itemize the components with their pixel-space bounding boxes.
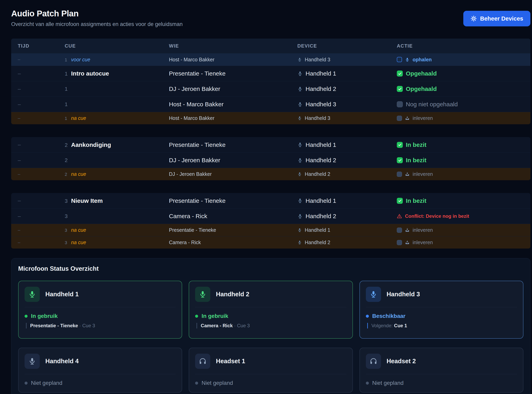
cue-cell: 1 voor cue xyxy=(65,57,169,62)
assignee: Host - Marco Bakker xyxy=(169,57,297,62)
cue-cell: 2 xyxy=(65,157,169,163)
cue-row-na-cue-3b[interactable]: – 3 na cue Camera - Rick Handheld 2 inle… xyxy=(11,236,530,249)
status-checkbox-checked[interactable] xyxy=(397,157,403,163)
microphone-icon xyxy=(195,287,210,302)
device-cell: Handheld 1 xyxy=(297,227,397,233)
status-label: Niet gepland xyxy=(31,380,62,386)
title-block: Audio Patch Plan Overzicht van alle micr… xyxy=(11,9,183,27)
headset-icon xyxy=(195,354,210,369)
device-card-handheld-4: Handheld 4 Niet gepland xyxy=(18,348,182,393)
cue-number: 3 xyxy=(65,213,68,219)
cue-row-intro-autocue[interactable]: – 1 Intro autocue Presentatie - Tieneke … xyxy=(11,66,530,81)
cue-number: 1 xyxy=(65,101,68,108)
tijd-value: – xyxy=(11,86,65,92)
return-checkbox[interactable] xyxy=(397,116,402,121)
check-icon xyxy=(398,72,402,76)
status-dot xyxy=(25,382,28,385)
device-cell: Handheld 1 xyxy=(297,141,397,148)
card-header: Handheld 2 xyxy=(195,287,346,307)
microphone-icon xyxy=(297,71,303,76)
cue-row[interactable]: – 1 DJ - Jeroen Bakker Handheld 2 Opgeha… xyxy=(11,81,530,97)
tijd-value: – xyxy=(11,240,65,245)
device-cell: Handheld 2 xyxy=(297,171,397,177)
device-card-handheld-2: Handheld 2 In gebruik Camera - Rick · Cu… xyxy=(189,281,353,339)
return-checkbox[interactable] xyxy=(397,228,402,233)
action-cell: Opgehaald xyxy=(397,86,530,92)
action-cell: inleveren xyxy=(397,115,530,121)
microphone-icon xyxy=(297,57,302,62)
device-card-name: Headset 2 xyxy=(387,358,416,365)
page-subtitle: Overzicht van alle microfoon assignments… xyxy=(11,21,183,27)
manage-devices-button[interactable]: Beheer Devices xyxy=(463,11,530,26)
cue-row-na-cue-1[interactable]: – 1 na cue Host - Marco Bakker Handheld … xyxy=(11,112,530,124)
action-label: Opgehaald xyxy=(406,70,437,77)
device-status: In gebruik xyxy=(195,313,346,319)
inbox-tray-icon xyxy=(405,228,409,232)
cue-reference: · Cue 3 xyxy=(234,323,250,328)
cue-group-2: – 2 Aankondiging Presentatie - Tieneke H… xyxy=(11,137,530,180)
tijd-value: – xyxy=(11,198,65,204)
device-name: Handheld 3 xyxy=(306,101,336,108)
status-checkbox-checked[interactable] xyxy=(397,142,403,148)
pickup-checkbox[interactable] xyxy=(397,57,402,62)
return-checkbox[interactable] xyxy=(397,172,402,177)
status-checkbox-unchecked[interactable] xyxy=(397,101,403,107)
device-card-headset-2: Headset 2 Niet gepland xyxy=(359,348,523,393)
microphone-icon xyxy=(366,287,381,302)
device-cell: Handheld 1 xyxy=(297,197,397,204)
status-label: Beschikbaar xyxy=(372,313,406,319)
inbox-tray-icon xyxy=(405,172,409,176)
device-status: Niet gepland xyxy=(366,380,517,386)
action-cell: In bezit xyxy=(397,197,530,204)
cue-group-1: – 1 voor cue Host - Marco Bakker Handhel… xyxy=(11,53,530,124)
action-cell: inleveren xyxy=(397,171,530,177)
cue-row[interactable]: – 1 Host - Marco Bakker Handheld 3 Nog n… xyxy=(11,97,530,112)
card-header: Handheld 4 xyxy=(25,354,176,374)
cue-row-na-cue-3a[interactable]: – 3 na cue Presentatie - Tieneke Handhel… xyxy=(11,224,530,236)
action-cell: inleveren xyxy=(397,239,530,245)
tijd-value: – xyxy=(11,57,65,62)
mic-status-section: Microfoon Status Overzicht Handheld 1 In… xyxy=(11,258,530,394)
cue-number: 2 xyxy=(65,157,68,163)
device-cell: Handheld 1 xyxy=(297,70,397,77)
cue-row-voor-cue-1[interactable]: – 1 voor cue Host - Marco Bakker Handhel… xyxy=(11,53,530,66)
device-cards: Handheld 1 In gebruik Presentatie - Tien… xyxy=(18,281,523,393)
cue-row-nieuw-item[interactable]: – 3 Nieuw Item Presentatie - Tieneke Han… xyxy=(11,193,530,208)
inbox-tray-icon xyxy=(405,116,409,120)
microphone-icon xyxy=(297,158,303,163)
cue-cell: 1 Intro autocue xyxy=(65,70,169,77)
cue-row[interactable]: – 2 DJ - Jeroen Bakker Handheld 2 In bez… xyxy=(11,152,530,168)
assignee: DJ - Jeroen Bakker xyxy=(169,157,297,164)
status-checkbox-checked[interactable] xyxy=(397,198,403,204)
status-checkbox-checked[interactable] xyxy=(397,86,403,92)
cue-row-aankondiging[interactable]: – 2 Aankondiging Presentatie - Tieneke H… xyxy=(11,137,530,152)
column-header-cue: CUE xyxy=(65,43,169,49)
card-header: Handheld 1 xyxy=(25,287,176,307)
assignment-detail: Camera - Rick · Cue 3 xyxy=(196,323,346,328)
cue-row-conflict[interactable]: – 3 Camera - Rick Handheld 2 Conflict: D… xyxy=(11,208,530,224)
device-name: Handheld 2 xyxy=(306,86,336,92)
return-checkbox[interactable] xyxy=(397,240,402,245)
tijd-value: – xyxy=(11,172,65,177)
cue-label: Aankondiging xyxy=(71,141,111,148)
device-card-headset-1: Headset 1 Niet gepland xyxy=(189,348,353,393)
tijd-value: – xyxy=(11,101,65,108)
device-cell: Handheld 3 xyxy=(297,115,397,121)
microphone-icon xyxy=(297,102,303,107)
device-card-name: Handheld 4 xyxy=(45,358,79,365)
action-cell: Nog niet opgehaald xyxy=(397,101,530,108)
cue-label: Nieuw Item xyxy=(71,197,103,204)
action-label: In bezit xyxy=(406,141,426,148)
check-icon xyxy=(398,199,402,203)
status-dot xyxy=(195,382,198,385)
headset-icon xyxy=(366,354,381,369)
assignee: DJ - Jeroen Bakker xyxy=(169,171,297,177)
action-label: Nog niet opgehaald xyxy=(406,101,458,108)
action-cell: In bezit xyxy=(397,157,530,164)
device-name: Handheld 2 xyxy=(305,171,330,177)
cue-row-na-cue-2[interactable]: – 2 na cue DJ - Jeroen Bakker Handheld 2… xyxy=(11,168,530,180)
action-cell: In bezit xyxy=(397,141,530,148)
status-checkbox-checked[interactable] xyxy=(397,71,403,77)
manage-devices-label: Beheer Devices xyxy=(480,16,523,22)
assignee: Camera - Rick xyxy=(169,239,297,245)
